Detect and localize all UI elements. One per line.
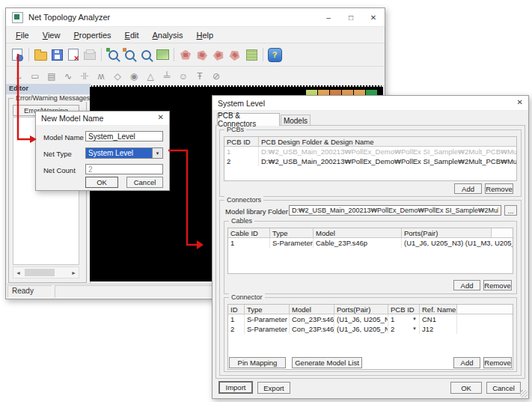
scroll-left-icon[interactable]: ◄ <box>13 270 23 275</box>
table-row[interactable]: 2 S-Parameter Con_23P.s46p (U1_J6, U205_… <box>228 324 513 334</box>
ic-model-icon[interactable]: ☺ <box>175 69 192 84</box>
pcbs-add-button[interactable]: Add <box>454 183 482 194</box>
pcbs-col-id[interactable]: PCB ID <box>224 137 259 147</box>
connector-col-id[interactable]: ID <box>228 305 245 314</box>
pcbs-col-path[interactable]: PCB Design Folder & Design Name <box>259 137 516 147</box>
ok-button[interactable]: OK <box>450 382 482 394</box>
main-titlebar[interactable]: Net Topology Analyzer – □ ✕ <box>6 8 385 27</box>
net-count-input[interactable] <box>85 164 163 174</box>
part-view-4-icon[interactable] <box>227 46 243 63</box>
import-button[interactable]: Import <box>218 381 253 394</box>
chevron-down-icon: ▼ <box>412 324 417 334</box>
connector-remove-button[interactable]: Remove <box>483 357 512 368</box>
cancel-button[interactable]: Cancel <box>486 382 521 394</box>
probe-icon[interactable]: ◉ <box>126 69 142 84</box>
table-row[interactable]: 1 D:₩2_USB_Main_200213₩PollEx_Demo₩PollE… <box>224 147 516 156</box>
connectors-group-label: Connectors <box>224 196 263 204</box>
cables-group-label: Cables <box>229 217 254 225</box>
antenna-icon[interactable]: Ŧ <box>192 69 208 84</box>
connector-col-pcbid[interactable]: PCB ID <box>388 305 420 314</box>
pcbs-table[interactable]: PCB ID PCB Design Folder & Design Name 1… <box>224 136 517 181</box>
model-name-input[interactable] <box>85 131 163 141</box>
error-warning-group-label: Error/Warning Messages <box>13 94 92 102</box>
table-row[interactable]: 1 S-Parameter Con_23P.s46p (U1_J6, U205_… <box>228 314 513 324</box>
cables-col-type[interactable]: Type <box>270 228 314 238</box>
board-grid-icon[interactable] <box>243 46 260 63</box>
coupled-line-icon[interactable]: ▤ <box>43 69 60 84</box>
resistor-icon[interactable]: ∿ <box>60 69 76 84</box>
net-type-dropdown[interactable]: System Level ▼ <box>85 147 163 159</box>
pcb-id-dropdown[interactable]: 1▼ <box>388 314 420 324</box>
menu-file[interactable]: File <box>9 31 36 40</box>
browse-button[interactable]: ... <box>504 205 517 216</box>
menu-view[interactable]: View <box>36 31 67 40</box>
tab-models[interactable]: Models <box>281 115 311 126</box>
scrollbar-thumb[interactable] <box>25 269 55 276</box>
cables-add-button[interactable]: Add <box>453 280 480 290</box>
close-icon[interactable]: ✕ <box>517 98 523 106</box>
driver-arrow-icon[interactable]: → <box>10 69 27 84</box>
table-row[interactable]: 1 S-Parameter Cable_23P.s46p (U1_J6, U20… <box>228 238 513 248</box>
open-icon[interactable] <box>32 46 49 63</box>
zoom-out-icon[interactable] <box>121 46 138 63</box>
net-type-selected-value: System Level <box>86 149 152 157</box>
new-model-icon[interactable] <box>9 46 25 63</box>
zoom-window-icon[interactable] <box>138 46 154 63</box>
cables-col-id[interactable]: Cable ID <box>228 228 270 238</box>
generate-model-list-button[interactable]: Generate Model List <box>292 357 362 368</box>
buffer-icon[interactable]: △ <box>142 69 159 84</box>
scroll-right-icon[interactable]: ► <box>69 270 79 275</box>
cables-col-model[interactable]: Model <box>314 228 402 238</box>
cables-table[interactable]: Cable ID Type Model Ports(Pair) 1 S-Para… <box>227 228 513 274</box>
part-view-2-icon[interactable] <box>194 46 210 63</box>
menu-help[interactable]: Help <box>189 31 220 40</box>
model-name-label: Model Name <box>43 133 84 141</box>
minimize-button[interactable]: – <box>317 8 340 26</box>
inductor-icon[interactable]: ʍ <box>93 69 109 84</box>
connector-col-ports[interactable]: Ports(Pair) <box>334 305 388 314</box>
pin-mapping-button[interactable]: Pin Mapping <box>229 357 286 368</box>
menu-edit[interactable]: Edit <box>118 31 146 40</box>
connectors-group: Connectors Model library Folder ... Cabl… <box>219 200 522 376</box>
close-document-icon[interactable] <box>65 46 82 63</box>
ok-button[interactable]: OK <box>85 177 118 188</box>
diode-icon[interactable]: ◇ <box>109 69 126 84</box>
part-view-3-icon[interactable] <box>210 46 227 63</box>
cancel-button[interactable]: Cancel <box>126 177 163 188</box>
close-button[interactable]: ✕ <box>362 8 385 26</box>
connector-col-type[interactable]: Type <box>245 305 290 314</box>
pcbs-remove-button[interactable]: Remove <box>485 183 513 194</box>
help-icon[interactable]: ? <box>266 46 283 63</box>
menu-analysis[interactable]: Analysis <box>146 31 190 40</box>
capacitor-icon[interactable]: -||- <box>76 69 93 84</box>
new-model-titlebar[interactable]: New Model Name ✕ <box>36 112 169 126</box>
screenshot-stage: Net Topology Analyzer – □ ✕ File View Pr… <box>0 0 532 402</box>
cables-col-ports[interactable]: Ports(Pair) <box>402 228 492 238</box>
zoom-in-icon[interactable] <box>105 46 121 63</box>
export-button[interactable]: Export <box>257 382 290 394</box>
model-library-folder-input[interactable] <box>289 205 501 216</box>
resize-grip[interactable] <box>520 390 528 398</box>
connector-col-refname[interactable]: Ref. Name <box>420 305 457 314</box>
print-icon[interactable] <box>82 46 98 63</box>
table-row[interactable]: 2 D:₩2_USB_Main_200213₩PollEx_Demo₩PollE… <box>224 156 516 166</box>
tab-pcb-connectors[interactable]: PCB & Connectors <box>217 113 280 126</box>
transmission-line-icon[interactable]: ▭ <box>27 69 43 84</box>
connector-add-button[interactable]: Add <box>453 357 480 368</box>
save-icon[interactable] <box>49 46 65 63</box>
menu-properties[interactable]: Properties <box>67 31 117 40</box>
connector-col-model[interactable]: Model <box>290 305 334 314</box>
connector-group: Connector ID Type Model Ports(Pair) PCB … <box>224 297 517 372</box>
ground-icon[interactable]: ╧ <box>159 69 175 84</box>
close-icon[interactable]: ✕ <box>158 113 164 121</box>
maximize-button[interactable]: □ <box>340 8 362 26</box>
status-text: Ready <box>7 285 52 298</box>
cables-remove-button[interactable]: Remove <box>483 280 512 290</box>
termination-icon[interactable]: ⊘ <box>208 69 224 84</box>
horizontal-scrollbar[interactable]: ◄ ► <box>13 267 79 278</box>
pcb-id-dropdown[interactable]: 2▼ <box>388 324 420 334</box>
part-view-1-icon[interactable] <box>177 46 194 63</box>
chevron-down-icon[interactable]: ▼ <box>152 148 162 158</box>
fit-view-icon[interactable] <box>154 46 171 63</box>
system-level-titlebar[interactable]: System Level ✕ <box>213 96 528 111</box>
